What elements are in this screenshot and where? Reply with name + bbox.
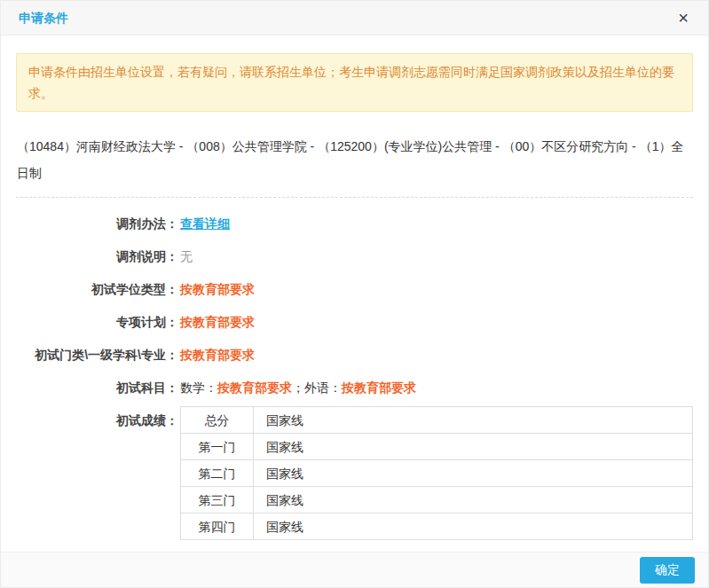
transfer-note-label: 调剂说明： — [16, 247, 178, 265]
application-conditions-dialog: 申请条件 × 申请条件由招生单位设置，若有疑问，请联系招生单位；考生申请调剂志愿… — [0, 0, 709, 588]
score-item-value: 国家线 — [254, 514, 693, 540]
special-plan-label: 专项计划： — [16, 313, 178, 331]
score-item-value: 国家线 — [254, 487, 693, 514]
math-subject-label: 数学： — [180, 380, 217, 395]
table-row: 总分 国家线 — [181, 407, 693, 434]
score-item-name: 第一门 — [181, 434, 254, 460]
exam-subjects-label: 初试科目： — [16, 379, 178, 396]
table-row: 第二门 国家线 — [181, 460, 693, 487]
dialog-title: 申请条件 — [19, 1, 68, 35]
degree-type-label: 初试学位类型： — [16, 280, 178, 298]
transfer-note-value: 无 — [180, 247, 193, 265]
close-icon[interactable]: × — [674, 8, 693, 27]
score-item-name: 第三门 — [181, 487, 254, 514]
score-item-value: 国家线 — [254, 460, 693, 487]
field-transfer-note: 调剂说明： 无 — [16, 247, 693, 265]
foreign-language-value: 按教育部要求 — [342, 380, 416, 395]
dialog-header: 申请条件 × — [1, 1, 708, 35]
table-row: 第三门 国家线 — [181, 487, 693, 514]
transfer-method-label: 调剂办法： — [16, 215, 178, 232]
program-info: （10484）河南财经政法大学 - （008）公共管理学院 - （125200）… — [16, 133, 693, 186]
score-item-name: 第四门 — [181, 514, 254, 540]
special-plan-value: 按教育部要求 — [180, 313, 255, 331]
field-exam-scores: 初试成绩： 总分 国家线 第一门 国家线 第二门 国家线 — [16, 412, 693, 540]
math-subject-value: 按教育部要求 — [217, 380, 292, 395]
score-item-name: 总分 — [181, 407, 254, 434]
table-row: 第四门 国家线 — [181, 514, 693, 540]
score-item-name: 第二门 — [181, 460, 254, 487]
view-detail-link[interactable]: 查看详细 — [180, 216, 230, 231]
exam-scores-label: 初试成绩： — [16, 412, 178, 429]
notice-banner: 申请条件由招生单位设置，若有疑问，请联系招生单位；考生申请调剂志愿需同时满足国家… — [16, 53, 693, 112]
field-category: 初试门类\一级学科\专业： 按教育部要求 — [16, 346, 693, 364]
dialog-footer: 确定 — [1, 552, 708, 587]
dialog-body: 申请条件由招生单位设置，若有疑问，请联系招生单位；考生申请调剂志愿需同时满足国家… — [1, 53, 708, 540]
score-item-value: 国家线 — [254, 407, 693, 434]
confirm-button[interactable]: 确定 — [640, 557, 695, 584]
field-transfer-method: 调剂办法： 查看详细 — [16, 215, 693, 232]
exam-subjects-value: 数学：按教育部要求；外语：按教育部要求 — [180, 379, 416, 396]
degree-type-value: 按教育部要求 — [180, 280, 255, 298]
category-value: 按教育部要求 — [180, 346, 255, 364]
foreign-language-label: ；外语： — [292, 380, 342, 395]
dashed-separator — [16, 197, 693, 198]
score-item-value: 国家线 — [254, 434, 693, 460]
table-row: 第一门 国家线 — [181, 434, 693, 460]
field-degree-type: 初试学位类型： 按教育部要求 — [16, 280, 693, 298]
field-special-plan: 专项计划： 按教育部要求 — [16, 313, 693, 331]
score-criteria-table: 总分 国家线 第一门 国家线 第二门 国家线 第三门 — [180, 406, 693, 540]
field-exam-subjects: 初试科目： 数学：按教育部要求；外语：按教育部要求 — [16, 379, 693, 396]
condition-fields: 调剂办法： 查看详细 调剂说明： 无 初试学位类型： 按教育部要求 专项计划： … — [16, 215, 693, 540]
category-label: 初试门类\一级学科\专业： — [16, 346, 178, 364]
